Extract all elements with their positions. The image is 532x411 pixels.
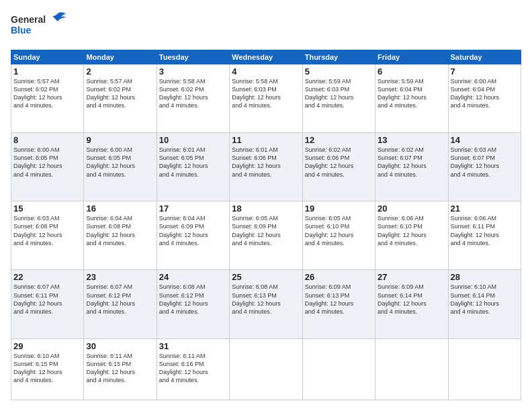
day-info: Sunrise: 5:58 AM Sunset: 6:02 PM Dayligh…: [159, 77, 227, 110]
day-info: Sunrise: 5:58 AM Sunset: 6:03 PM Dayligh…: [232, 77, 300, 110]
day-info: Sunrise: 6:01 AM Sunset: 6:05 PM Dayligh…: [159, 146, 227, 179]
day-number: 9: [86, 135, 154, 145]
calendar-week-row: 15Sunrise: 6:03 AM Sunset: 6:08 PM Dayli…: [11, 201, 521, 270]
day-info: Sunrise: 6:02 AM Sunset: 6:07 PM Dayligh…: [378, 146, 445, 179]
day-info: Sunrise: 6:00 AM Sunset: 6:05 PM Dayligh…: [86, 146, 154, 179]
day-info: Sunrise: 5:59 AM Sunset: 6:03 PM Dayligh…: [305, 77, 373, 110]
svg-text:Blue: Blue: [11, 25, 32, 36]
day-number: 1: [13, 66, 81, 77]
day-number: 10: [159, 135, 227, 145]
day-info: Sunrise: 6:10 AM Sunset: 6:15 PM Dayligh…: [13, 352, 81, 385]
day-number: 22: [13, 272, 81, 282]
calendar-week-row: 1Sunrise: 5:57 AM Sunset: 6:02 PM Daylig…: [11, 64, 521, 133]
calendar-cell: 8Sunrise: 6:00 AM Sunset: 6:05 PM Daylig…: [11, 133, 84, 201]
calendar-cell: 2Sunrise: 5:57 AM Sunset: 6:02 PM Daylig…: [84, 64, 157, 133]
day-number: 3: [159, 66, 227, 77]
day-info: Sunrise: 6:09 AM Sunset: 6:13 PM Dayligh…: [305, 283, 373, 316]
day-number: 4: [232, 66, 300, 77]
weekday-header-monday: Monday: [84, 50, 157, 64]
calendar-cell: 6Sunrise: 5:59 AM Sunset: 6:04 PM Daylig…: [375, 64, 448, 133]
logo: General Blue: [11, 11, 71, 43]
calendar-cell: 17Sunrise: 6:04 AM Sunset: 6:09 PM Dayli…: [157, 201, 229, 270]
day-info: Sunrise: 6:02 AM Sunset: 6:06 PM Dayligh…: [305, 146, 373, 179]
day-info: Sunrise: 6:00 AM Sunset: 6:04 PM Dayligh…: [451, 77, 519, 110]
calendar-cell: 14Sunrise: 6:03 AM Sunset: 6:07 PM Dayli…: [448, 133, 521, 201]
day-number: 17: [159, 203, 227, 214]
day-number: 18: [232, 203, 300, 214]
day-info: Sunrise: 6:00 AM Sunset: 6:05 PM Dayligh…: [13, 146, 81, 179]
logo-svg: General Blue: [11, 11, 71, 40]
calendar-cell: 26Sunrise: 6:09 AM Sunset: 6:13 PM Dayli…: [302, 270, 375, 338]
calendar-cell: 31Sunrise: 6:11 AM Sunset: 6:16 PM Dayli…: [157, 338, 229, 400]
calendar-table: SundayMondayTuesdayWednesdayThursdayFrid…: [11, 50, 521, 400]
day-number: 11: [232, 135, 300, 145]
day-info: Sunrise: 6:01 AM Sunset: 6:06 PM Dayligh…: [232, 146, 300, 179]
main-container: General Blue SundayMondayTuesdayWednesda…: [0, 0, 532, 411]
calendar-cell: 9Sunrise: 6:00 AM Sunset: 6:05 PM Daylig…: [84, 133, 157, 201]
day-number: 2: [86, 66, 154, 77]
calendar-cell: 29Sunrise: 6:10 AM Sunset: 6:15 PM Dayli…: [11, 338, 84, 400]
weekday-header-saturday: Saturday: [448, 50, 521, 64]
weekday-header-friday: Friday: [375, 50, 448, 64]
calendar-cell: 5Sunrise: 5:59 AM Sunset: 6:03 PM Daylig…: [302, 64, 375, 133]
weekday-header-tuesday: Tuesday: [157, 50, 229, 64]
logo-block: General Blue: [11, 11, 71, 43]
calendar-cell: 27Sunrise: 6:09 AM Sunset: 6:14 PM Dayli…: [375, 270, 448, 338]
day-number: 23: [86, 272, 154, 282]
day-info: Sunrise: 6:04 AM Sunset: 6:08 PM Dayligh…: [86, 214, 154, 247]
day-info: Sunrise: 6:05 AM Sunset: 6:09 PM Dayligh…: [232, 214, 300, 247]
calendar-cell: 10Sunrise: 6:01 AM Sunset: 6:05 PM Dayli…: [157, 133, 229, 201]
day-info: Sunrise: 6:06 AM Sunset: 6:10 PM Dayligh…: [378, 214, 445, 247]
day-number: 29: [13, 341, 81, 351]
calendar-week-row: 8Sunrise: 6:00 AM Sunset: 6:05 PM Daylig…: [11, 133, 521, 201]
day-number: 28: [451, 272, 519, 282]
day-number: 7: [451, 66, 519, 77]
weekday-header-wednesday: Wednesday: [230, 50, 302, 64]
calendar-cell: 12Sunrise: 6:02 AM Sunset: 6:06 PM Dayli…: [302, 133, 375, 201]
day-number: 16: [86, 203, 154, 214]
day-number: 5: [305, 66, 373, 77]
header: General Blue: [11, 11, 521, 43]
calendar-cell: 13Sunrise: 6:02 AM Sunset: 6:07 PM Dayli…: [375, 133, 448, 201]
calendar-week-row: 22Sunrise: 6:07 AM Sunset: 6:11 PM Dayli…: [11, 270, 521, 338]
day-number: 12: [305, 135, 373, 145]
weekday-header-thursday: Thursday: [302, 50, 375, 64]
day-number: 21: [451, 203, 519, 214]
day-number: 14: [451, 135, 519, 145]
calendar-cell: 22Sunrise: 6:07 AM Sunset: 6:11 PM Dayli…: [11, 270, 84, 338]
calendar-cell: [375, 338, 448, 400]
calendar-cell: 28Sunrise: 6:10 AM Sunset: 6:14 PM Dayli…: [448, 270, 521, 338]
calendar-cell: 15Sunrise: 6:03 AM Sunset: 6:08 PM Dayli…: [11, 201, 84, 270]
day-number: 8: [13, 135, 81, 145]
day-info: Sunrise: 6:06 AM Sunset: 6:11 PM Dayligh…: [451, 214, 519, 247]
calendar-cell: [448, 338, 521, 400]
day-number: 19: [305, 203, 373, 214]
day-info: Sunrise: 6:08 AM Sunset: 6:12 PM Dayligh…: [159, 283, 227, 316]
day-number: 13: [378, 135, 445, 145]
day-info: Sunrise: 6:08 AM Sunset: 6:13 PM Dayligh…: [232, 283, 300, 316]
calendar-cell: 18Sunrise: 6:05 AM Sunset: 6:09 PM Dayli…: [230, 201, 302, 270]
day-number: 31: [159, 341, 227, 351]
calendar-cell: [230, 338, 302, 400]
day-info: Sunrise: 6:04 AM Sunset: 6:09 PM Dayligh…: [159, 214, 227, 247]
day-number: 25: [232, 272, 300, 282]
calendar-cell: 7Sunrise: 6:00 AM Sunset: 6:04 PM Daylig…: [448, 64, 521, 133]
day-info: Sunrise: 6:07 AM Sunset: 6:11 PM Dayligh…: [13, 283, 81, 316]
calendar-cell: 11Sunrise: 6:01 AM Sunset: 6:06 PM Dayli…: [230, 133, 302, 201]
calendar-cell: 19Sunrise: 6:05 AM Sunset: 6:10 PM Dayli…: [302, 201, 375, 270]
day-number: 30: [86, 341, 154, 351]
calendar-header-row: SundayMondayTuesdayWednesdayThursdayFrid…: [11, 50, 521, 64]
weekday-header-sunday: Sunday: [11, 50, 84, 64]
day-number: 20: [378, 203, 445, 214]
calendar-cell: 20Sunrise: 6:06 AM Sunset: 6:10 PM Dayli…: [375, 201, 448, 270]
calendar-cell: 24Sunrise: 6:08 AM Sunset: 6:12 PM Dayli…: [157, 270, 229, 338]
calendar-cell: [302, 338, 375, 400]
calendar-cell: 30Sunrise: 6:11 AM Sunset: 6:15 PM Dayli…: [84, 338, 157, 400]
calendar-cell: 23Sunrise: 6:07 AM Sunset: 6:12 PM Dayli…: [84, 270, 157, 338]
day-info: Sunrise: 6:03 AM Sunset: 6:08 PM Dayligh…: [13, 214, 81, 247]
calendar-cell: 4Sunrise: 5:58 AM Sunset: 6:03 PM Daylig…: [230, 64, 302, 133]
svg-text:General: General: [11, 14, 46, 25]
calendar-cell: 21Sunrise: 6:06 AM Sunset: 6:11 PM Dayli…: [448, 201, 521, 270]
day-number: 27: [378, 272, 445, 282]
day-info: Sunrise: 6:10 AM Sunset: 6:14 PM Dayligh…: [451, 283, 519, 316]
